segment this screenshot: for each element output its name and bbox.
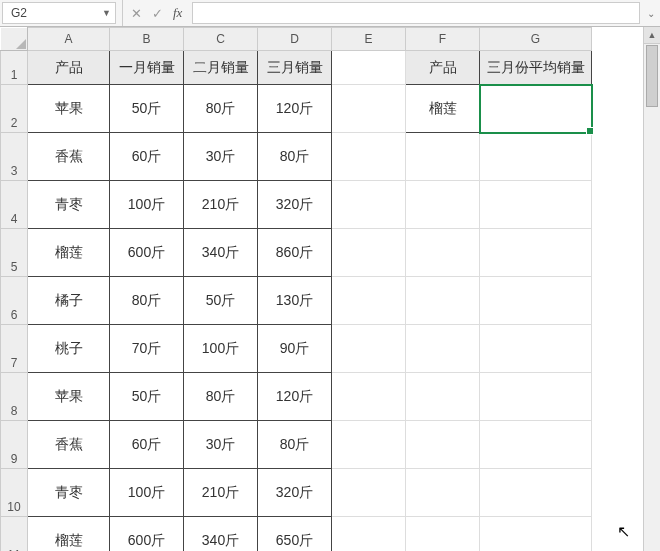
scroll-up-icon[interactable]: ▲ <box>644 27 660 44</box>
cell-B8[interactable]: 50斤 <box>110 373 184 421</box>
cell-A3[interactable]: 香蕉 <box>28 133 110 181</box>
row-header-6[interactable]: 6 <box>1 277 28 325</box>
cell-F2[interactable]: 榴莲 <box>406 85 480 133</box>
cell-D8[interactable]: 120斤 <box>258 373 332 421</box>
cell-C10[interactable]: 210斤 <box>184 469 258 517</box>
cell-G10[interactable] <box>480 469 592 517</box>
cell-A8[interactable]: 苹果 <box>28 373 110 421</box>
cell-E2[interactable] <box>332 85 406 133</box>
cell-F1[interactable]: 产品 <box>406 51 480 85</box>
cell-E6[interactable] <box>332 277 406 325</box>
spreadsheet-grid[interactable]: ABCDEFG1产品一月销量二月销量三月销量产品三月份平均销量2苹果50斤80斤… <box>0 27 660 551</box>
cell-C4[interactable]: 210斤 <box>184 181 258 229</box>
scroll-thumb[interactable] <box>646 45 658 107</box>
cell-C9[interactable]: 30斤 <box>184 421 258 469</box>
name-box[interactable]: G2 ▼ <box>2 2 116 24</box>
formula-bar[interactable] <box>192 2 640 24</box>
cell-E7[interactable] <box>332 325 406 373</box>
cell-B10[interactable]: 100斤 <box>110 469 184 517</box>
cell-D2[interactable]: 120斤 <box>258 85 332 133</box>
cell-F3[interactable] <box>406 133 480 181</box>
vertical-scrollbar[interactable]: ▲ <box>643 27 660 551</box>
cell-C11[interactable]: 340斤 <box>184 517 258 552</box>
cell-F6[interactable] <box>406 277 480 325</box>
cell-F4[interactable] <box>406 181 480 229</box>
row-header-5[interactable]: 5 <box>1 229 28 277</box>
cell-B4[interactable]: 100斤 <box>110 181 184 229</box>
cell-B6[interactable]: 80斤 <box>110 277 184 325</box>
cell-F8[interactable] <box>406 373 480 421</box>
cell-G1[interactable]: 三月份平均销量 <box>480 51 592 85</box>
enter-icon[interactable]: ✓ <box>152 6 163 21</box>
cell-G4[interactable] <box>480 181 592 229</box>
column-header-G[interactable]: G <box>480 28 592 51</box>
cell-C2[interactable]: 80斤 <box>184 85 258 133</box>
cell-D10[interactable]: 320斤 <box>258 469 332 517</box>
cell-D7[interactable]: 90斤 <box>258 325 332 373</box>
cell-G11[interactable] <box>480 517 592 552</box>
cell-E1[interactable] <box>332 51 406 85</box>
cell-C6[interactable]: 50斤 <box>184 277 258 325</box>
formula-bar-expand-icon[interactable]: ⌄ <box>642 0 660 26</box>
cell-E8[interactable] <box>332 373 406 421</box>
select-all-corner[interactable] <box>1 28 28 51</box>
cell-B3[interactable]: 60斤 <box>110 133 184 181</box>
cell-F9[interactable] <box>406 421 480 469</box>
cell-C3[interactable]: 30斤 <box>184 133 258 181</box>
cell-C5[interactable]: 340斤 <box>184 229 258 277</box>
row-header-3[interactable]: 3 <box>1 133 28 181</box>
cell-E11[interactable] <box>332 517 406 552</box>
fx-icon[interactable]: fx <box>173 5 182 21</box>
cell-G5[interactable] <box>480 229 592 277</box>
column-header-E[interactable]: E <box>332 28 406 51</box>
cell-A10[interactable]: 青枣 <box>28 469 110 517</box>
cell-A1[interactable]: 产品 <box>28 51 110 85</box>
cell-G8[interactable] <box>480 373 592 421</box>
cell-B7[interactable]: 70斤 <box>110 325 184 373</box>
cell-A9[interactable]: 香蕉 <box>28 421 110 469</box>
cell-A7[interactable]: 桃子 <box>28 325 110 373</box>
row-header-10[interactable]: 10 <box>1 469 28 517</box>
cell-E3[interactable] <box>332 133 406 181</box>
column-header-A[interactable]: A <box>28 28 110 51</box>
cell-A11[interactable]: 榴莲 <box>28 517 110 552</box>
column-header-C[interactable]: C <box>184 28 258 51</box>
cell-E10[interactable] <box>332 469 406 517</box>
cell-F7[interactable] <box>406 325 480 373</box>
cell-G2[interactable] <box>480 85 592 133</box>
cell-G3[interactable] <box>480 133 592 181</box>
column-header-F[interactable]: F <box>406 28 480 51</box>
cell-B9[interactable]: 60斤 <box>110 421 184 469</box>
cell-C7[interactable]: 100斤 <box>184 325 258 373</box>
cell-E4[interactable] <box>332 181 406 229</box>
row-header-7[interactable]: 7 <box>1 325 28 373</box>
cell-E5[interactable] <box>332 229 406 277</box>
cell-B1[interactable]: 一月销量 <box>110 51 184 85</box>
name-box-dropdown-icon[interactable]: ▼ <box>102 8 111 18</box>
cancel-icon[interactable]: ✕ <box>131 6 142 21</box>
cell-F5[interactable] <box>406 229 480 277</box>
cell-A4[interactable]: 青枣 <box>28 181 110 229</box>
cell-D11[interactable]: 650斤 <box>258 517 332 552</box>
row-header-2[interactable]: 2 <box>1 85 28 133</box>
cell-D1[interactable]: 三月销量 <box>258 51 332 85</box>
cell-D6[interactable]: 130斤 <box>258 277 332 325</box>
column-header-B[interactable]: B <box>110 28 184 51</box>
row-header-9[interactable]: 9 <box>1 421 28 469</box>
row-header-1[interactable]: 1 <box>1 51 28 85</box>
cell-D5[interactable]: 860斤 <box>258 229 332 277</box>
row-header-8[interactable]: 8 <box>1 373 28 421</box>
row-header-4[interactable]: 4 <box>1 181 28 229</box>
cell-F11[interactable] <box>406 517 480 552</box>
cell-D3[interactable]: 80斤 <box>258 133 332 181</box>
cell-B11[interactable]: 600斤 <box>110 517 184 552</box>
row-header-11[interactable]: 11 <box>1 517 28 552</box>
cell-G6[interactable] <box>480 277 592 325</box>
cell-C8[interactable]: 80斤 <box>184 373 258 421</box>
cell-D9[interactable]: 80斤 <box>258 421 332 469</box>
cell-C1[interactable]: 二月销量 <box>184 51 258 85</box>
cell-A6[interactable]: 橘子 <box>28 277 110 325</box>
cell-D4[interactable]: 320斤 <box>258 181 332 229</box>
cell-G7[interactable] <box>480 325 592 373</box>
cell-A5[interactable]: 榴莲 <box>28 229 110 277</box>
